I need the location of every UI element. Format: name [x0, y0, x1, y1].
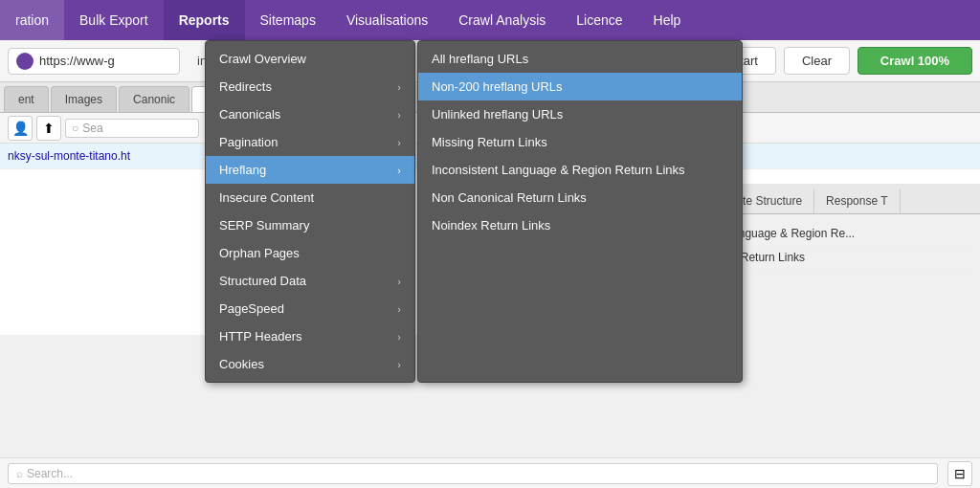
menu-item-licence[interactable]: Licence: [561, 0, 637, 40]
submenu-noindex[interactable]: Noindex Return Links: [418, 211, 742, 239]
menu-structured-data[interactable]: Structured Data ›: [206, 267, 414, 295]
menu-bar: ration Bulk Export Reports Sitemaps Visu…: [0, 0, 980, 40]
arrow-right-icon: ›: [397, 331, 401, 343]
export-icon-btn[interactable]: ⬆: [36, 116, 61, 141]
submenu-all-hreflang[interactable]: All hreflang URLs: [418, 45, 742, 73]
arrow-right-icon: ›: [397, 303, 401, 315]
menu-redirects[interactable]: Redirects ›: [206, 73, 414, 100]
menu-orphan-pages[interactable]: Orphan Pages: [206, 239, 414, 267]
submenu-non-canonical[interactable]: Non Canonical Return Links: [418, 184, 742, 211]
menu-serp-summary[interactable]: SERP Summary: [206, 211, 414, 239]
frog-icon: [16, 53, 33, 70]
menu-item-visualisations[interactable]: Visualisations: [331, 0, 443, 40]
bottom-search[interactable]: ⌕ Search...: [8, 463, 938, 484]
menu-cookies[interactable]: Cookies ›: [206, 350, 414, 378]
menu-pagination[interactable]: Pagination ›: [206, 128, 414, 156]
filter-icon-btn[interactable]: ⊟: [947, 461, 972, 486]
bottom-bar: ⌕ Search... ⊟: [0, 457, 980, 488]
menu-item-crawl-analysis[interactable]: Crawl Analysis: [443, 0, 561, 40]
reports-dropdown-container: Crawl Overview Redirects › Canonicals › …: [205, 40, 743, 383]
menu-item-configuration[interactable]: ration: [0, 0, 64, 40]
user-icon-btn[interactable]: 👤: [8, 116, 33, 141]
submenu-inconsistent[interactable]: Inconsistent Language & Region Return Li…: [418, 156, 742, 184]
arrow-right-icon: ›: [397, 137, 401, 148]
arrow-right-icon: ›: [397, 276, 401, 287]
arrow-right-icon: ›: [397, 109, 401, 121]
menu-http-headers[interactable]: HTTP Headers ›: [206, 322, 414, 350]
arrow-right-icon: ›: [397, 81, 401, 93]
menu-crawl-overview[interactable]: Crawl Overview: [206, 45, 414, 73]
menu-item-sitemaps[interactable]: Sitemaps: [245, 0, 331, 40]
menu-item-help[interactable]: Help: [638, 0, 697, 40]
menu-pagespeed[interactable]: PageSpeed ›: [206, 295, 414, 322]
arrow-right-icon: ›: [397, 359, 401, 370]
menu-insecure-content[interactable]: Insecure Content: [206, 184, 414, 211]
arrow-right-icon: ›: [397, 165, 401, 176]
right-tab-response[interactable]: Response T: [814, 189, 900, 213]
crawl-button[interactable]: Crawl 100%: [858, 47, 972, 75]
search-box[interactable]: ○ Sea: [65, 119, 199, 138]
hreflang-submenu: All hreflang URLs Non-200 hreflang URLs …: [417, 40, 743, 383]
search-icon: ⌕: [16, 467, 23, 480]
clear-button[interactable]: Clear: [784, 47, 850, 75]
reports-menu: Crawl Overview Redirects › Canonicals › …: [205, 40, 415, 383]
menu-item-bulk-export[interactable]: Bulk Export: [64, 0, 164, 40]
menu-item-reports[interactable]: Reports: [164, 0, 245, 40]
submenu-unlinked[interactable]: Unlinked hreflang URLs: [418, 100, 742, 128]
menu-canonicals[interactable]: Canonicals ›: [206, 100, 414, 128]
tab-canonicals[interactable]: Canonic: [119, 86, 189, 112]
menu-hreflang[interactable]: Hreflang ›: [206, 156, 414, 184]
tab-images[interactable]: Images: [51, 86, 117, 112]
search-icon: ○: [72, 122, 78, 135]
submenu-non-200[interactable]: Non-200 hreflang URLs: [418, 73, 742, 100]
address-bar[interactable]: https://www-g: [8, 48, 180, 75]
submenu-missing-return[interactable]: Missing Return Links: [418, 128, 742, 156]
tab-content[interactable]: ent: [4, 86, 49, 112]
